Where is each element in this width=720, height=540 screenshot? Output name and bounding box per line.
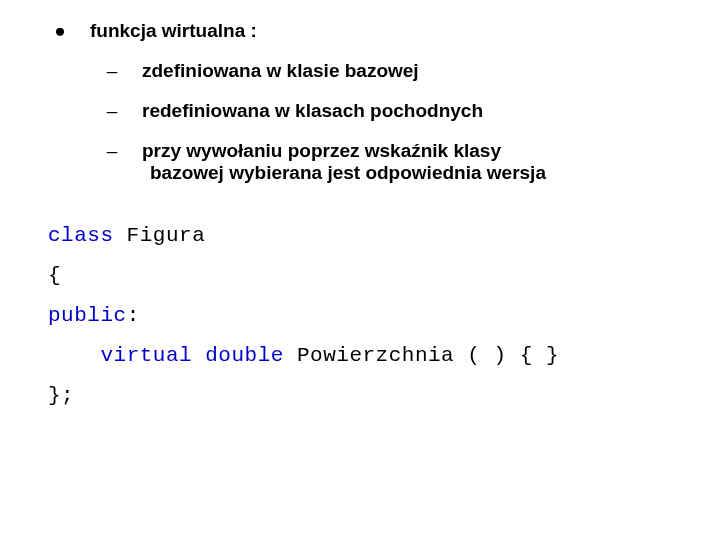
code-line-public: public:: [48, 296, 690, 336]
code-line-virtual: virtual double Powierzchnia ( ) { }: [48, 336, 690, 376]
code-line-brace-close: };: [48, 376, 690, 416]
sub-bullet-3-text: przy wywołaniu poprzez wskaźnik klasy ba…: [132, 140, 690, 184]
sub-bullet-3: – przy wywołaniu poprzez wskaźnik klasy …: [30, 140, 690, 184]
code-line-class: class Figura: [48, 216, 690, 256]
keyword-class: class: [48, 224, 114, 247]
dash-icon: –: [92, 100, 132, 122]
sub3-line1: przy wywołaniu poprzez wskaźnik klasy: [142, 140, 501, 161]
colon: :: [127, 304, 140, 327]
indent: [48, 344, 100, 367]
dash-icon: –: [92, 140, 132, 162]
sub-bullet-2-text: redefiniowana w klasach pochodnych: [132, 100, 690, 122]
identifier-powierzchnia: Powierzchnia ( ) { }: [284, 344, 559, 367]
main-bullet: ● funkcja wirtualna :: [30, 20, 690, 42]
main-bullet-text: funkcja wirtualna :: [90, 20, 690, 42]
keyword-public: public: [48, 304, 127, 327]
code-block: class Figura { public: virtual double Po…: [48, 216, 690, 415]
identifier-figura: Figura: [114, 224, 206, 247]
bullet-dot-icon: ●: [30, 20, 90, 42]
keyword-virtual: virtual: [100, 344, 192, 367]
keyword-double: double: [205, 344, 284, 367]
sub3-line2: bazowej wybierana jest odpowiednia wersj…: [150, 162, 546, 183]
dash-icon: –: [92, 60, 132, 82]
space: [192, 344, 205, 367]
sub-bullet-1: – zdefiniowana w klasie bazowej: [30, 60, 690, 82]
slide: ● funkcja wirtualna : – zdefiniowana w k…: [0, 0, 720, 435]
sub-bullet-1-text: zdefiniowana w klasie bazowej: [132, 60, 690, 82]
sub-bullet-2: – redefiniowana w klasach pochodnych: [30, 100, 690, 122]
code-line-brace-open: {: [48, 256, 690, 296]
